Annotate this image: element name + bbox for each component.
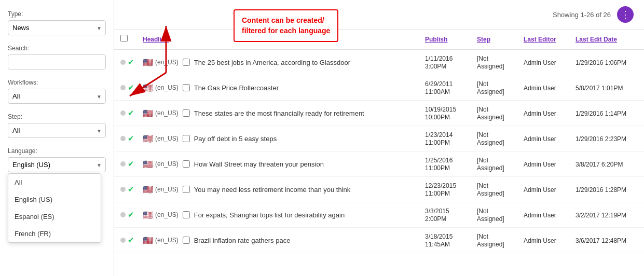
step-cell: [NotAssigned] (473, 228, 519, 253)
step-label: Step: (8, 113, 106, 120)
locale-flag: 🇺🇸 (en_US) (143, 236, 179, 245)
row-indicators-cell: ✔ (114, 49, 139, 75)
status-dot-icon (120, 60, 126, 65)
step-select-wrapper: All ▼ (8, 123, 106, 138)
locale-flag: 🇺🇸 (en_US) (143, 108, 179, 118)
col-date-header[interactable]: Last Edit Date (571, 30, 644, 49)
date-cell: 3/6/2017 12:48PM (571, 228, 644, 253)
publish-cell: 1/11/20163:00PM (421, 49, 473, 75)
locale-flag: 🇺🇸 (en_US) (143, 210, 179, 220)
workflows-select[interactable]: All (8, 89, 106, 104)
publish-text: 1/23/201411:00PM (425, 131, 453, 146)
type-select[interactable]: News (8, 20, 106, 35)
language-dropdown-menu: All English (US) Espanol (ES) French (FR… (8, 173, 101, 243)
col-publish-header[interactable]: Publish (421, 30, 473, 49)
col-step-header[interactable]: Step (473, 30, 519, 49)
headline-cell-inner: 🇺🇸 (en_US) Pay off debt in 5 easy steps (143, 134, 417, 144)
step-text: [NotAssigned] (477, 157, 504, 172)
publish-cell: 3/3/20152:00PM (421, 202, 473, 228)
row-select-checkbox[interactable] (183, 109, 190, 117)
status-dot-icon (120, 111, 126, 116)
check-icon: ✔ (128, 134, 134, 143)
language-option-es[interactable]: Espanol (ES) (8, 208, 101, 225)
step-text: [NotAssigned] (477, 182, 504, 197)
editor-cell: Admin User (519, 202, 571, 228)
editor-col-label: Last Editor (524, 36, 556, 43)
editor-text: Admin User (524, 85, 556, 92)
table-row: ✔ 🇺🇸 (en_US) The Gas Price Rollercoaster… (114, 75, 644, 101)
row-select-checkbox[interactable] (183, 135, 190, 142)
headline-cell-inner: 🇺🇸 (en_US) The Gas Price Rollercoaster (143, 83, 417, 93)
publish-text: 1/11/20163:00PM (425, 55, 453, 70)
step-cell: [NotAssigned] (473, 126, 519, 151)
language-select[interactable]: English (US) All Espanol (ES) French (FR… (8, 157, 106, 172)
headline-cell-inner: 🇺🇸 (en_US) These states are the most fin… (143, 108, 417, 118)
locale-text: (en_US) (155, 186, 179, 193)
row-indicators-cell: ✔ (114, 151, 139, 177)
headline-cell-inner: 🇺🇸 (en_US) How Wall Street may threaten … (143, 159, 417, 169)
row-indicators: ✔ (120, 58, 134, 67)
step-cell: [NotAssigned] (473, 49, 519, 75)
editor-text: Admin User (524, 59, 556, 66)
table-row: ✔ 🇺🇸 (en_US) For expats, Shanghai tops l… (114, 202, 644, 228)
check-icon: ✔ (128, 210, 134, 219)
language-option-all[interactable]: All (8, 174, 101, 191)
sidebar: Type: News ▼ Search: Workflows: All ▼ St… (0, 0, 114, 276)
date-text: 3/2/2017 12:19PM (576, 212, 626, 219)
row-indicators-cell: ✔ (114, 126, 139, 151)
workflows-field: Workflows: All ▼ (8, 79, 106, 104)
table-row: ✔ 🇺🇸 (en_US) The 25 best jobs in America… (114, 49, 644, 75)
type-label: Type: (8, 10, 106, 18)
date-text: 3/8/2017 6:20PM (576, 161, 623, 168)
locale-text: (en_US) (155, 211, 179, 218)
headline-col-label: Headline (143, 36, 169, 43)
date-cell: 5/8/2017 1:01PM (571, 75, 644, 101)
headline-text: The 25 best jobs in America, according t… (194, 59, 350, 66)
showing-text: Showing 1-26 of 26 (553, 11, 611, 19)
language-option-fr[interactable]: French (FR) (8, 225, 101, 242)
content-table: Headline Publish Step Last Editor Last E (114, 30, 644, 253)
row-select-checkbox[interactable] (183, 59, 190, 66)
editor-text: Admin User (524, 212, 556, 219)
col-select (114, 30, 139, 49)
flag-icon: 🇺🇸 (143, 134, 153, 144)
row-indicators-cell: ✔ (114, 101, 139, 126)
select-all-checkbox[interactable] (120, 35, 128, 42)
language-select-wrapper: English (US) All Espanol (ES) French (FR… (8, 157, 106, 172)
search-input[interactable] (8, 54, 106, 70)
status-dot-icon (120, 238, 126, 243)
flag-icon: 🇺🇸 (143, 236, 153, 245)
language-option-en[interactable]: English (US) (8, 191, 101, 208)
editor-text: Admin User (524, 186, 556, 194)
row-select-checkbox[interactable] (183, 211, 190, 218)
kebab-button[interactable]: ⋮ (617, 6, 634, 23)
table-row: ✔ 🇺🇸 (en_US) You may need less retiremen… (114, 177, 644, 202)
headline-cell: 🇺🇸 (en_US) For expats, Shanghai tops lis… (139, 202, 421, 228)
editor-cell: Admin User (519, 151, 571, 177)
locale-text: (en_US) (155, 109, 179, 117)
step-cell: [NotAssigned] (473, 101, 519, 126)
col-editor-header[interactable]: Last Editor (519, 30, 571, 49)
row-select-checkbox[interactable] (183, 84, 190, 91)
headline-text: You may need less retirement income than… (194, 186, 351, 194)
locale-flag: 🇺🇸 (en_US) (143, 58, 179, 67)
row-indicators: ✔ (120, 108, 134, 118)
workflows-label: Workflows: (8, 79, 106, 86)
step-select[interactable]: All (8, 123, 106, 138)
row-indicators: ✔ (120, 83, 134, 92)
main-content: Content can be created/filtered for each… (114, 0, 644, 276)
headline-cell: 🇺🇸 (en_US) You may need less retirement … (139, 177, 421, 202)
date-text: 1/29/2016 1:06PM (576, 59, 626, 66)
headline-text: The Gas Price Rollercoaster (194, 84, 279, 92)
headline-cell: 🇺🇸 (en_US) The 25 best jobs in America, … (139, 49, 421, 75)
language-field: Language: English (US) All Espanol (ES) … (8, 147, 106, 172)
row-select-checkbox[interactable] (183, 237, 190, 244)
step-text: [NotAssigned] (477, 106, 504, 121)
row-select-checkbox[interactable] (183, 186, 190, 193)
row-select-checkbox[interactable] (183, 160, 190, 168)
language-label: Language: (8, 147, 106, 155)
kebab-icon: ⋮ (621, 10, 631, 19)
publish-cell: 12/23/201511:00PM (421, 177, 473, 202)
publish-cell: 10/19/201510:00PM (421, 101, 473, 126)
check-icon: ✔ (128, 83, 134, 92)
